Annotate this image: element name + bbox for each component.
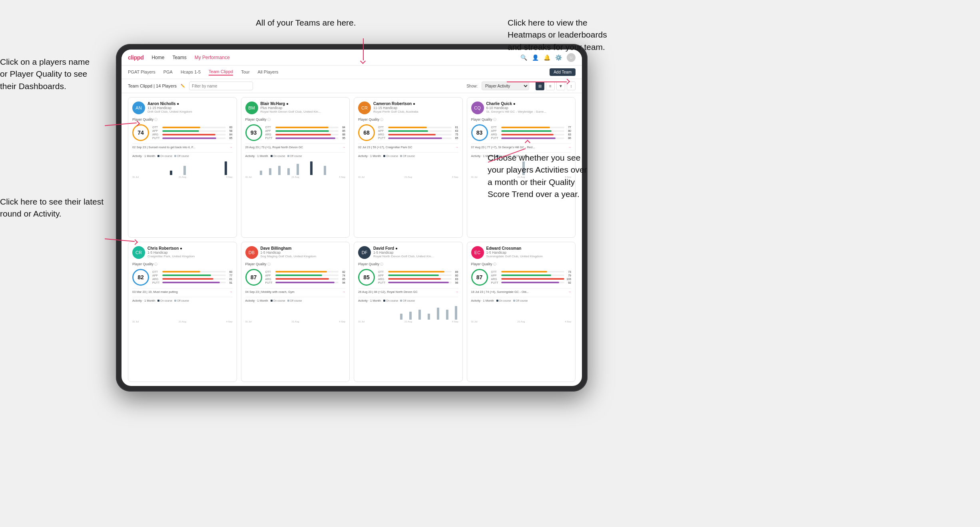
quality-bars: OTT 61 APP 63 ARG 75 PUTT 85: [378, 126, 458, 139]
legend-dot-off: [174, 155, 176, 157]
chart-bar: [173, 304, 177, 320]
quality-circle[interactable]: 85: [358, 269, 375, 286]
latest-round[interactable]: 07 Aug 23 | 77 (+7), St George's Hill GC…: [471, 143, 572, 149]
chart-bar: [436, 159, 440, 175]
quality-bars: OTT 89 APP 80 ARG 83 PUTT 96: [378, 270, 458, 284]
chart-bar: [567, 304, 571, 320]
player-card[interactable]: BMBlair McHarg ●Plus HandicapRoyal North…: [241, 97, 350, 238]
activity-section: Activity · 1 Month On course Off course …: [245, 297, 346, 323]
sub-nav: PGAT Players PGA Hcaps 1-5 Team Clippd T…: [122, 66, 582, 79]
bell-icon[interactable]: 🔔: [544, 54, 550, 61]
latest-round[interactable]: 02 Jul 23 | 59 (+17), Craigmillar Park G…: [358, 143, 458, 149]
legend-on-course: On course: [383, 299, 398, 302]
grid-view-button[interactable]: ⊞: [536, 82, 544, 90]
bar-row-arg: ARG 85: [265, 278, 346, 280]
sub-nav-tour[interactable]: Tour: [241, 70, 249, 75]
bar-label: ARG: [265, 133, 274, 136]
chart-axis-label: 4 Sep: [339, 176, 345, 178]
latest-round-arrow: →: [455, 290, 458, 294]
bar-value: 85: [453, 137, 458, 139]
activity-chart: [245, 304, 346, 320]
quality-circle[interactable]: 68: [358, 124, 375, 141]
sub-nav-pga[interactable]: PGA: [163, 70, 173, 75]
filter-button[interactable]: ▼: [556, 82, 565, 90]
latest-round[interactable]: 18 Jul 23 | 74 (+4), Sunningdale GC - Ol…: [471, 288, 572, 294]
list-view-button[interactable]: ≡: [546, 82, 555, 90]
quality-circle[interactable]: 87: [471, 269, 488, 286]
chart-bar: [250, 159, 254, 175]
nav-item-performance[interactable]: My Performance: [195, 55, 230, 60]
chart-bar: [183, 304, 187, 320]
quality-label: Player Quality ⓘ: [245, 117, 346, 122]
player-card[interactable]: CRCameron Robertson ●11-15 HandicapRoyal…: [354, 97, 463, 238]
bar-row-app: APP 80: [491, 129, 572, 132]
chart-bar: [454, 304, 458, 320]
player-card[interactable]: DBDave Billingham1-5 HandicapSog Maging …: [241, 242, 350, 382]
sub-nav-pgat[interactable]: PGAT Players: [128, 70, 155, 75]
settings-icon[interactable]: ⚙️: [555, 54, 562, 61]
search-icon[interactable]: 🔍: [520, 54, 527, 61]
player-name[interactable]: Cameron Robertson ●: [373, 101, 458, 106]
activity-section: Activity · 1 Month On course Off course …: [358, 297, 458, 323]
avatar[interactable]: U: [567, 53, 576, 62]
show-select[interactable]: Player Activity Quality Score Trend: [482, 82, 529, 90]
chart-axis-label: 21 Aug: [518, 320, 525, 323]
legend-off-label: Off course: [290, 299, 302, 302]
player-card[interactable]: CRChris Robertson ●1-5 HandicapCraigmill…: [128, 242, 237, 382]
activity-title: Activity · 1 Month: [471, 299, 494, 302]
latest-round[interactable]: 04 Sep 23 | Mobility with coach, Gym→: [245, 288, 346, 294]
chart-bar: [498, 304, 502, 320]
chart-bar: [363, 159, 367, 175]
edit-icon[interactable]: ✏️: [181, 84, 185, 88]
latest-round[interactable]: 02 Sep 23 | Sunset round to get back int…: [132, 143, 233, 149]
player-name[interactable]: Edward Crossman: [486, 246, 572, 251]
bar-track: [275, 282, 339, 283]
player-card[interactable]: DFDavid Ford ●1-5 HandicapRoyal North De…: [354, 242, 463, 382]
chart-bar: [489, 304, 493, 320]
player-name[interactable]: David Ford ●: [373, 246, 458, 251]
chart-bar: [476, 159, 480, 175]
bar-fill: [501, 130, 552, 132]
sub-nav-all-players[interactable]: All Players: [258, 70, 279, 75]
chart-axis-label: 21 Aug: [292, 320, 299, 323]
player-name[interactable]: Aaron Nicholls ●: [147, 101, 233, 106]
quality-circle[interactable]: 87: [245, 269, 262, 286]
sub-nav-hcaps[interactable]: Hcaps 1-5: [181, 70, 201, 75]
chart-bar-fill: [428, 314, 430, 320]
player-name[interactable]: Charlie Quick ●: [486, 101, 572, 106]
chart-bar: [155, 304, 159, 320]
chart-bar-fill: [310, 161, 313, 175]
player-card[interactable]: ANAaron Nicholls ●11-15 HandicapDrift Go…: [128, 97, 237, 238]
bar-track: [275, 278, 339, 280]
latest-round[interactable]: 26 Aug 23 | 73 (+1), Royal North Devon G…: [245, 143, 346, 149]
latest-round[interactable]: 03 Mar 23 | 19, Must make putting→: [132, 288, 233, 294]
player-name[interactable]: Chris Robertson ●: [147, 246, 233, 251]
player-header: ECEdward Crossman1-5 HandicapSunningdale…: [471, 246, 572, 259]
quality-circle[interactable]: 93: [245, 124, 262, 141]
player-name[interactable]: Blair McHarg ●: [261, 101, 346, 106]
chart-bar: [427, 304, 431, 320]
chart-bar: [305, 159, 309, 175]
chart-bar: [319, 159, 323, 175]
chart-bar: [413, 304, 417, 320]
profile-icon[interactable]: 👤: [532, 54, 539, 61]
team-search-input[interactable]: [189, 82, 253, 90]
nav-item-home[interactable]: Home: [151, 55, 164, 60]
quality-circle[interactable]: 82: [132, 269, 149, 286]
chart-bar: [137, 304, 141, 320]
player-header: BMBlair McHarg ●Plus HandicapRoyal North…: [245, 101, 346, 114]
latest-round[interactable]: 26 Aug 23 | 84 (+12), Royal North Devon …: [358, 288, 458, 294]
add-team-button[interactable]: Add Team: [550, 68, 576, 76]
quality-label: Player Quality ⓘ: [245, 262, 346, 266]
player-name[interactable]: Dave Billingham: [261, 246, 346, 251]
chart-bar: [408, 159, 412, 175]
player-card[interactable]: ECEdward Crossman1-5 HandicapSunningdale…: [467, 242, 576, 382]
nav-item-teams[interactable]: Teams: [172, 55, 186, 60]
chart-bar: [277, 159, 281, 175]
quality-circle[interactable]: 74: [132, 124, 149, 141]
sub-nav-team-clippd[interactable]: Team Clippd: [209, 69, 233, 76]
quality-circle[interactable]: 83: [471, 124, 488, 141]
chart-bar: [273, 159, 277, 175]
chart-bar: [132, 159, 136, 175]
nav-logo[interactable]: clippd: [128, 54, 143, 61]
